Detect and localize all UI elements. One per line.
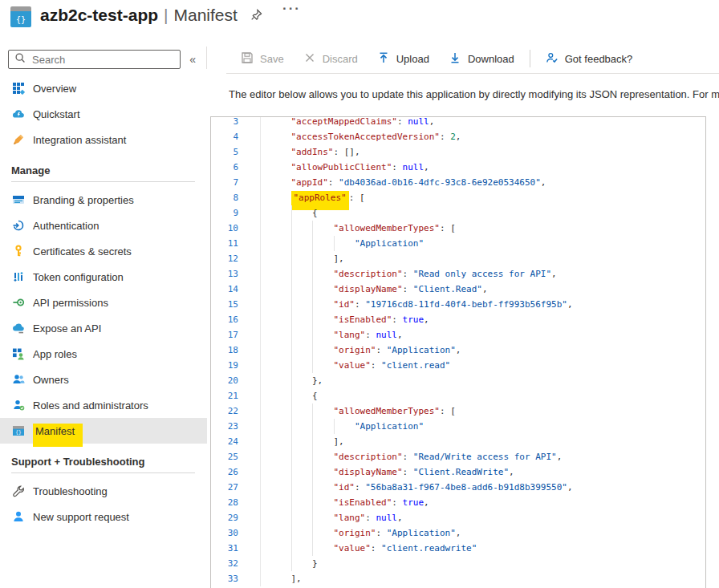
line-number: 16: [211, 312, 261, 327]
sidebar-item-label: Token configuration: [33, 271, 124, 283]
json-manifest-editor[interactable]: 3 "acceptMappedClaims": null, 4 "accessT…: [210, 116, 706, 588]
editor-line[interactable]: 20 },: [211, 373, 705, 388]
discard-button[interactable]: Discard: [294, 44, 368, 73]
upload-button[interactable]: Upload: [368, 44, 439, 73]
editor-line[interactable]: 19 "value": "client.read": [211, 358, 705, 373]
roles-administrators-icon: [11, 399, 25, 412]
editor-line[interactable]: 4 "accessTokenAcceptedVersion": 2,: [211, 129, 705, 144]
sidebar-item-troubleshooting[interactable]: Troubleshooting: [0, 478, 207, 504]
sidebar-item-token-configuration[interactable]: Token configuration: [0, 264, 207, 290]
sidebar-item-certificates-secrets[interactable]: Certificates & secrets: [0, 238, 207, 264]
editor-line[interactable]: 15 "id": "19716cd8-11fd-40f4-bebf-ff993b…: [211, 297, 705, 312]
line-number: 29: [211, 510, 261, 525]
sidebar-item-label: Roles and administrators: [33, 399, 148, 412]
sidebar-item-label: API permissions: [33, 297, 108, 309]
editor-line[interactable]: 27 "id": "56ba8a31-f967-4be8-add6-b91d8b…: [211, 480, 705, 495]
title-separator: |: [158, 6, 173, 24]
sidebar-item-branding-properties[interactable]: Branding & properties: [0, 187, 207, 213]
new-support-request-icon: [11, 510, 25, 523]
line-number: 33: [211, 571, 261, 586]
sidebar-item-integration-assistant[interactable]: Integration assistant: [0, 127, 207, 152]
editor-line[interactable]: 26 "displayName": "Client.ReadWrite",: [211, 464, 705, 480]
sidebar-item-label: New support request: [33, 511, 129, 523]
editor-line[interactable]: 23 "Application": [211, 419, 705, 434]
editor-line[interactable]: 29 "lang": null,: [211, 510, 705, 525]
line-number: 19: [211, 358, 261, 373]
editor-line[interactable]: 16 "isEnabled": true,: [211, 312, 705, 327]
editor-line[interactable]: 11 "Application": [211, 236, 705, 251]
editor-code-area[interactable]: 3 "acceptMappedClaims": null, 4 "accessT…: [211, 116, 705, 586]
line-number: 15: [211, 297, 261, 312]
editor-line[interactable]: 9 {: [211, 205, 705, 221]
toolbar-button-label: Download: [468, 53, 514, 65]
save-icon: [241, 51, 254, 67]
branding-icon: [11, 193, 25, 206]
sidebar-item-new-support-request[interactable]: New support request: [0, 504, 207, 529]
main-content: Save Discard Upload Download Got feedbac…: [207, 39, 719, 588]
collapse-sidebar-button[interactable]: «: [186, 51, 199, 67]
line-number: 25: [211, 449, 261, 464]
editor-line[interactable]: 18 "origin": "Application",: [211, 343, 705, 358]
editor-line[interactable]: 3 "acceptMappedClaims": null,: [211, 116, 705, 129]
editor-line[interactable]: 12 ],: [211, 251, 705, 266]
search-input[interactable]: [30, 53, 174, 67]
line-number: 30: [211, 525, 261, 541]
sidebar-item-owners[interactable]: Owners: [0, 367, 207, 392]
line-number: 5: [211, 144, 261, 160]
editor-line[interactable]: 22 "allowedMemberTypes": [: [211, 403, 705, 419]
save-button[interactable]: Save: [231, 44, 294, 73]
editor-line[interactable]: 32 }: [211, 556, 705, 571]
sidebar-item-label: Overview: [33, 83, 76, 95]
got-feedback-button[interactable]: Got feedback?: [536, 44, 643, 73]
editor-line[interactable]: 7 "appId": "db4036ad-0b16-4dfc-93c8-6e92…: [211, 175, 705, 190]
editor-line[interactable]: 24 ],: [211, 434, 705, 449]
sidebar-item-authentication[interactable]: Authentication: [0, 213, 207, 238]
line-number: 31: [211, 541, 261, 556]
editor-line[interactable]: 10 "allowedMemberTypes": [: [211, 221, 705, 236]
sidebar-item-roles-and-administrators[interactable]: Roles and administrators: [0, 392, 207, 418]
sidebar-item-expose-an-api[interactable]: Expose an API: [0, 315, 207, 341]
page-header: {} azb2c-test-app|Manifest ···: [0, 0, 719, 39]
editor-line[interactable]: 8 "appRoles": [: [211, 190, 705, 205]
upload-icon: [377, 51, 390, 67]
sidebar-item-quickstart[interactable]: Quickstart: [0, 101, 207, 127]
download-button[interactable]: Download: [439, 44, 524, 73]
sidebar-item-label: Quickstart: [33, 108, 80, 120]
editor-line[interactable]: 21 {: [211, 388, 705, 403]
editor-line[interactable]: 33 ],: [211, 571, 705, 586]
troubleshooting-icon: [11, 485, 25, 497]
toolbar-separator: [530, 50, 530, 67]
editor-line[interactable]: 30 "origin": "Application",: [211, 525, 705, 541]
line-number: 28: [211, 495, 261, 510]
sidebar-item-api-permissions[interactable]: API permissions: [0, 290, 207, 315]
editor-line[interactable]: 5 "addIns": [],: [211, 144, 705, 160]
line-number: 4: [211, 129, 261, 144]
editor-line[interactable]: 14 "displayName": "Client.Read",: [211, 282, 705, 297]
editor-line[interactable]: 13 "description": "Read only access for …: [211, 266, 705, 282]
toolbar-button-label: Discard: [323, 53, 358, 65]
editor-line[interactable]: 25 "description": "Read/Write access for…: [211, 449, 705, 464]
toolbar-button-label: Upload: [396, 53, 429, 65]
editor-line[interactable]: 6 "allowPublicClient": null,: [211, 160, 705, 175]
sidebar-item-app-roles[interactable]: App roles: [0, 341, 207, 367]
line-number: 21: [211, 388, 261, 403]
line-number: 9: [211, 205, 261, 221]
line-number: 17: [211, 327, 261, 343]
api-permissions-icon: [11, 296, 25, 309]
line-number: 10: [211, 221, 261, 236]
editor-line[interactable]: 31 "value": "client.readwrite": [211, 541, 705, 556]
sidebar-item-overview[interactable]: Overview: [0, 75, 207, 101]
editor-line[interactable]: 28 "isEnabled": true,: [211, 495, 705, 510]
search-input-wrapper: [8, 50, 181, 69]
sidebar-item-manifest[interactable]: {} Manifest: [0, 418, 207, 444]
sidebar-item-label: Integration assistant: [33, 134, 126, 146]
sidebar-item-label: Branding & properties: [33, 194, 134, 206]
line-number: 8: [211, 190, 261, 205]
manifest-info-text: The editor below allows you to update th…: [229, 88, 719, 100]
pin-icon[interactable]: [250, 9, 262, 24]
sidebar-item-label: Troubleshooting: [33, 485, 108, 497]
divider: [11, 181, 195, 182]
more-options-button[interactable]: ···: [282, 1, 301, 17]
editor-line[interactable]: 17 "lang": null,: [211, 327, 705, 343]
expose-api-icon: [11, 322, 25, 335]
